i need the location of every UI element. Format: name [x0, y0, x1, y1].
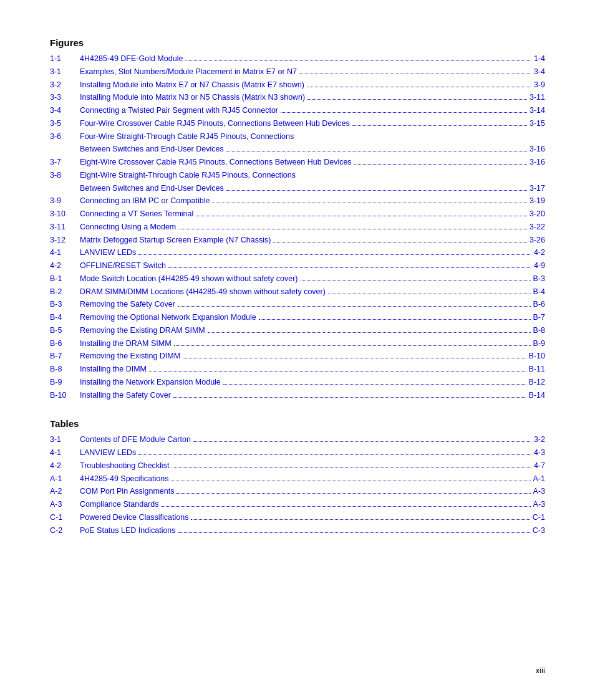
list-item: B-2 DRAM SIMM/DIMM Locations (4H4285-49 … [50, 286, 545, 298]
list-item: 3-6 Four-Wire Straight-Through Cable RJ4… [50, 131, 545, 156]
toc-page: 3-16 [530, 143, 545, 155]
toc-label: Mode Switch Location (4H4285-49 shown wi… [80, 273, 545, 285]
toc-page: B-7 [533, 312, 545, 324]
toc-label: DRAM SIMM/DIMM Locations (4H4285-49 show… [80, 286, 545, 298]
page-number: xiii [536, 666, 545, 675]
toc-label: Connecting a Twisted Pair Segment with R… [80, 105, 545, 117]
list-item: A-2 COM Port Pin Assignments A-3 [50, 486, 545, 497]
toc-page: A-1 [533, 473, 545, 485]
toc-label: Connecting Using a Modem 3-22 [80, 221, 545, 233]
list-item: 4-1 LANVIEW LEDs 4-2 [50, 247, 545, 259]
toc-number: B-3 [50, 299, 80, 310]
toc-dots [259, 319, 531, 320]
toc-number: 3-1 [50, 434, 80, 446]
toc-number: B-4 [50, 312, 80, 324]
toc-label: Installing the DRAM SIMM B-9 [80, 338, 545, 350]
toc-number: A-2 [50, 486, 80, 497]
toc-dots [161, 506, 530, 507]
list-item: 3-3 Installing Module into Matrix N3 or … [50, 92, 545, 103]
toc-label: Installing the Safety Cover B-14 [80, 390, 545, 401]
toc-dots [178, 532, 530, 533]
toc-dots [172, 467, 531, 468]
toc-dots [173, 397, 526, 398]
toc-dots [178, 229, 527, 229]
toc-page: 4-9 [534, 260, 545, 272]
toc-number: 3-11 [50, 221, 80, 233]
toc-label: 4H4285-49 DFE-Gold Module 1-4 [80, 53, 545, 65]
toc-page: 4-7 [534, 460, 545, 472]
toc-dots [177, 493, 530, 494]
list-item: 3-11 Connecting Using a Modem 3-22 [50, 221, 545, 233]
toc-dots [196, 216, 527, 216]
list-item: B-4 Removing the Optional Network Expans… [50, 312, 545, 324]
toc-page: 3-20 [530, 208, 545, 220]
toc-label: Eight-Wire Crossover Cable RJ45 Pinouts,… [80, 156, 545, 168]
toc-dots [174, 345, 531, 346]
list-item: A-3 Compliance Standards A-3 [50, 499, 545, 511]
toc-number: B-5 [50, 325, 80, 337]
toc-dots [193, 441, 531, 442]
figures-section: Figures 1-1 4H4285-49 DFE-Gold Module 1-… [50, 37, 545, 401]
toc-page: B-12 [529, 376, 545, 388]
toc-page: 3-26 [530, 234, 545, 246]
list-item: B-5 Removing the Existing DRAM SIMM B-8 [50, 325, 545, 337]
toc-label: Contents of DFE Module Carton 3-2 [80, 434, 545, 446]
toc-dots [307, 99, 527, 100]
toc-page: 1-4 [534, 53, 545, 65]
toc-number: 3-2 [50, 79, 80, 91]
toc-number: B-6 [50, 338, 80, 350]
list-item: B-6 Installing the DRAM SIMM B-9 [50, 338, 545, 350]
toc-dots [171, 481, 530, 481]
list-item: 3-1 Contents of DFE Module Carton 3-2 [50, 434, 545, 446]
list-item: 4-1 LANVIEW LEDs 4-3 [50, 447, 545, 459]
toc-page: 3-15 [530, 118, 545, 130]
toc-dots [212, 203, 527, 203]
toc-dots [168, 267, 531, 268]
toc-number: 3-3 [50, 92, 80, 103]
toc-number: A-1 [50, 473, 80, 485]
toc-page: C-1 [533, 512, 545, 524]
toc-page: 3-14 [530, 105, 545, 117]
toc-number: 4-2 [50, 260, 80, 272]
toc-page: 3-17 [530, 183, 545, 194]
list-item: 3-2 Installing Module into Matrix E7 or … [50, 79, 545, 91]
toc-dots [191, 519, 530, 520]
toc-dots [328, 294, 531, 294]
list-item: B-8 Installing the DIMM B-11 [50, 363, 545, 375]
toc-dots [185, 60, 531, 61]
toc-label-cont: Between Switches and End-User Devices 3-… [80, 143, 545, 155]
toc-number: 3-7 [50, 156, 80, 168]
toc-dots [226, 151, 527, 151]
toc-dots [138, 254, 531, 255]
figures-heading: Figures [50, 37, 545, 48]
toc-label: Troubleshooting Checklist 4-7 [80, 460, 545, 472]
toc-number: 3-4 [50, 105, 80, 117]
toc-label: Matrix Defogged Startup Screen Example (… [80, 234, 545, 246]
toc-label: Examples, Slot Numbers/Module Placement … [80, 66, 545, 78]
toc-page: 3-4 [534, 66, 545, 78]
toc-number: 3-10 [50, 208, 80, 220]
toc-dots [354, 164, 527, 165]
toc-label: Connecting an IBM PC or Compatible 3-19 [80, 195, 545, 207]
list-item: A-1 4H4285-49 Specifications A-1 [50, 473, 545, 485]
list-item: 3-10 Connecting a VT Series Terminal 3-2… [50, 208, 545, 220]
list-item: 3-8 Eight-Wire Straight-Through Cable RJ… [50, 170, 545, 194]
toc-dots [281, 112, 527, 113]
list-item: C-1 Powered Device Classifications C-1 [50, 512, 545, 524]
toc-label-cont: Between Switches and End-User Devices 3-… [80, 183, 545, 194]
toc-label: Removing the Safety Cover B-6 [80, 299, 545, 310]
toc-label: LANVIEW LEDs 4-3 [80, 447, 545, 459]
list-item: C-2 PoE Status LED Indications C-3 [50, 525, 545, 537]
toc-label: Installing Module into Matrix E7 or N7 C… [80, 79, 545, 91]
toc-label: Installing the Network Expansion Module … [80, 376, 545, 388]
toc-label: Removing the Existing DIMM B-10 [80, 350, 545, 362]
list-item: 1-1 4H4285-49 DFE-Gold Module 1-4 [50, 53, 545, 65]
toc-number: 3-8 [50, 170, 80, 181]
toc-dots [149, 371, 526, 372]
toc-dots [138, 454, 531, 455]
toc-page: B-8 [533, 325, 545, 337]
toc-page: B-9 [533, 338, 545, 350]
toc-page: B-6 [533, 299, 545, 310]
toc-page: 3-2 [534, 434, 545, 446]
toc-page: B-3 [533, 273, 545, 285]
